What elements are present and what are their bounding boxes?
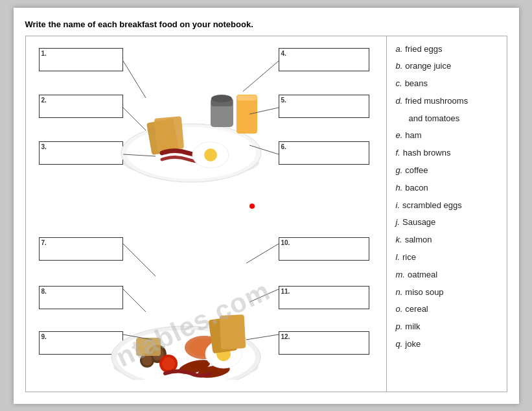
word-item-p: p.milk [396,320,498,334]
page: Write the name of each breakfast food on… [14,8,519,404]
svg-rect-35 [219,314,246,349]
word-item-i: i.scrambled eggs [396,199,498,213]
word-item-c: c.beans [396,77,498,91]
letter-a: a. [396,44,403,54]
word-item-e: e.ham [396,129,498,143]
label-box-10[interactable]: 10. [279,237,369,261]
word-item-k: k.salmon [396,233,498,247]
main-box: 1. 2. 3. 4. 5. 6. [25,36,507,392]
word-list-section: a.fried eggs b.orange juice c.beans d.fr… [387,36,507,392]
word-item-q: q.joke [396,338,498,351]
word-item-a: a.fried eggs [396,43,498,56]
svg-rect-4 [154,116,183,150]
instruction: Write the name of each breakfast food on… [25,19,507,29]
word-item-d2: and tomatoes [396,112,498,126]
label-box-5[interactable]: 5. [279,95,369,118]
word-item-b: b.orange juice [396,60,498,73]
svg-point-28 [162,357,175,370]
word-item-j: j.Sausage [396,216,498,229]
word-item-f: f.hash browns [396,147,498,160]
word-item-o: o.cereal [396,303,498,316]
word-item-d: d.fried mushrooms [396,95,498,108]
svg-rect-29 [136,338,161,356]
svg-point-11 [211,95,232,102]
word-item-l: l.rice [396,251,498,264]
svg-point-26 [142,355,152,366]
label-box-4[interactable]: 4. [279,48,369,71]
word-item-n: n.miso soup [396,286,498,299]
left-section: 1. 2. 3. 4. 5. 6. [26,36,387,392]
svg-rect-8 [237,95,257,100]
word-item-m: m.oatmeal [396,268,498,282]
red-dot [249,204,255,209]
svg-point-6 [204,148,217,161]
word-item-h: h.bacon [396,182,498,195]
word-item-g: g.coffee [396,164,498,178]
label-box-6[interactable]: 6. [279,141,369,165]
label-box-11[interactable]: 11. [279,286,369,309]
label-box-12[interactable]: 12. [279,331,369,355]
